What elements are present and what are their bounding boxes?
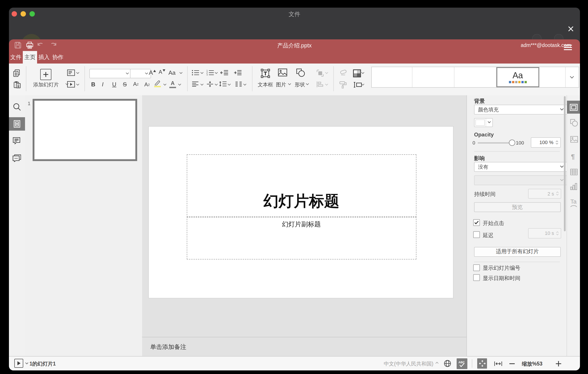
- decrease-font-icon[interactable]: A: [159, 69, 165, 75]
- theme-cell-selected[interactable]: Aa: [496, 67, 539, 87]
- columns-icon[interactable]: [235, 81, 242, 87]
- theme-color-swatches: [509, 81, 527, 83]
- theme-cell[interactable]: [454, 67, 496, 87]
- slide-settings-tab-active[interactable]: [567, 101, 580, 113]
- table-settings-icon[interactable]: [570, 168, 578, 175]
- italic-button[interactable]: I: [102, 81, 104, 88]
- image-icon[interactable]: [278, 68, 287, 77]
- fit-slide-toggle-active[interactable]: [477, 358, 487, 369]
- chat-icon[interactable]: [12, 154, 21, 162]
- add-slide-icon[interactable]: [40, 69, 51, 80]
- start-slideshow-icon[interactable]: [67, 81, 75, 88]
- vertical-align-icon[interactable]: [206, 81, 213, 87]
- slideshow-mode-caret-icon[interactable]: [25, 362, 29, 364]
- bold-button[interactable]: B: [91, 81, 95, 88]
- numbered-list-caret-icon[interactable]: [214, 72, 218, 74]
- fit-width-icon[interactable]: [494, 361, 502, 366]
- chart-settings-icon[interactable]: [570, 183, 577, 190]
- language-selector[interactable]: 中文(中华人民共和国): [384, 361, 433, 367]
- highlight-color-icon[interactable]: [154, 80, 161, 87]
- slide-size-caret-icon[interactable]: [361, 83, 365, 86]
- color-scheme-caret-icon[interactable]: [361, 72, 365, 74]
- document-language-globe-icon[interactable]: [444, 360, 451, 367]
- apply-to-all-slides-button[interactable]: 适用于所有幻灯片: [474, 247, 560, 257]
- close-icon[interactable]: [567, 25, 574, 32]
- subtitle-placeholder[interactable]: 幻灯片副标题: [187, 217, 416, 259]
- delay-checkbox[interactable]: [473, 231, 480, 238]
- fill-color-swatch[interactable]: [474, 118, 493, 127]
- slide-layout-caret-icon[interactable]: [76, 72, 79, 74]
- opacity-spinner[interactable]: 100 %: [531, 137, 560, 147]
- spellcheck-toggle-active[interactable]: ABC: [457, 358, 467, 369]
- background-fill-select[interactable]: 颜色填充: [474, 105, 568, 115]
- slides-panel-toggle-active[interactable]: [9, 117, 25, 130]
- tab-home[interactable]: 主页: [23, 51, 37, 64]
- theme-cell[interactable]: [412, 67, 454, 87]
- theme-gallery-expand-icon[interactable]: [566, 67, 579, 87]
- start-click-checkbox-checked[interactable]: [473, 219, 480, 226]
- title-placeholder[interactable]: 幻灯片标题: [187, 154, 416, 217]
- tab-insert[interactable]: 插入: [37, 51, 51, 64]
- panel-scrollbar[interactable]: [564, 96, 566, 231]
- horizontal-align-caret-icon[interactable]: [200, 83, 204, 86]
- textart-settings-icon[interactable]: Ta: [570, 198, 577, 207]
- columns-caret-icon[interactable]: [243, 83, 247, 86]
- start-slideshow-statusbar-icon[interactable]: [14, 359, 23, 368]
- theme-cell[interactable]: [372, 67, 412, 87]
- paragraph-settings-icon[interactable]: ¶: [571, 152, 575, 160]
- add-slide-button[interactable]: 添加幻灯片: [28, 81, 64, 88]
- theme-cell[interactable]: [539, 67, 566, 87]
- image-button[interactable]: 图片: [272, 81, 290, 88]
- vertical-align-caret-icon[interactable]: [214, 83, 218, 86]
- font-name-combo[interactable]: [89, 69, 132, 78]
- comments-icon[interactable]: [12, 137, 21, 144]
- zoom-in-icon[interactable]: [556, 361, 561, 366]
- strikethrough-button[interactable]: S: [123, 81, 127, 88]
- effect-select[interactable]: 没有: [474, 162, 568, 172]
- shape-settings-icon[interactable]: [570, 119, 578, 126]
- textbox-icon[interactable]: [261, 68, 270, 78]
- language-caret-icon[interactable]: [435, 362, 439, 364]
- underline-button[interactable]: U: [112, 81, 116, 88]
- change-case-caret-icon[interactable]: [179, 72, 183, 74]
- search-icon[interactable]: [13, 103, 21, 111]
- copy-icon[interactable]: [13, 69, 21, 77]
- font-size-combo[interactable]: [130, 69, 151, 78]
- superscript-button[interactable]: A2: [133, 81, 138, 87]
- image-settings-icon[interactable]: [570, 136, 578, 143]
- decrease-indent-icon[interactable]: [220, 70, 228, 76]
- shape-caret-icon[interactable]: [306, 83, 309, 85]
- slideshow-caret-icon[interactable]: [76, 83, 79, 86]
- color-scheme-icon[interactable]: [353, 69, 361, 77]
- notes-area[interactable]: 单击添加备注: [142, 337, 466, 357]
- subscript-button[interactable]: A2: [144, 81, 150, 88]
- zoom-level: 缩放%53: [522, 361, 542, 367]
- slide-size-icon[interactable]: [353, 81, 362, 88]
- show-slide-number-checkbox[interactable]: [473, 264, 480, 271]
- increase-font-icon[interactable]: A: [149, 69, 156, 76]
- delay-spinner-disabled: 10 s: [528, 228, 561, 238]
- opacity-slider-thumb[interactable]: [509, 140, 515, 146]
- bullet-list-icon[interactable]: [192, 70, 199, 76]
- tab-file[interactable]: 文件: [9, 51, 23, 64]
- tab-collaboration[interactable]: 协作: [51, 51, 65, 64]
- shape-icon[interactable]: [296, 68, 305, 77]
- font-color-caret-icon[interactable]: [178, 83, 181, 86]
- increase-indent-icon[interactable]: [234, 70, 242, 76]
- show-date-checkbox[interactable]: [473, 275, 480, 281]
- paste-icon[interactable]: [13, 81, 21, 88]
- font-color-icon[interactable]: A: [169, 80, 176, 88]
- numbered-list-icon[interactable]: 123: [206, 70, 214, 76]
- line-spacing-icon[interactable]: [219, 81, 227, 87]
- opacity-slider-track[interactable]: [477, 142, 514, 143]
- highlight-caret-icon[interactable]: [163, 83, 167, 86]
- zoom-out-icon[interactable]: [509, 363, 515, 364]
- line-spacing-caret-icon[interactable]: [227, 83, 231, 86]
- horizontal-align-icon[interactable]: [192, 81, 199, 87]
- bullet-list-caret-icon[interactable]: [200, 72, 204, 74]
- spinner-arrows-icon[interactable]: [555, 141, 558, 144]
- slide-thumbnail[interactable]: [32, 99, 137, 161]
- change-case-icon[interactable]: Aa: [168, 69, 176, 76]
- slide-layout-icon[interactable]: [67, 69, 75, 76]
- menu-icon[interactable]: [564, 45, 572, 50]
